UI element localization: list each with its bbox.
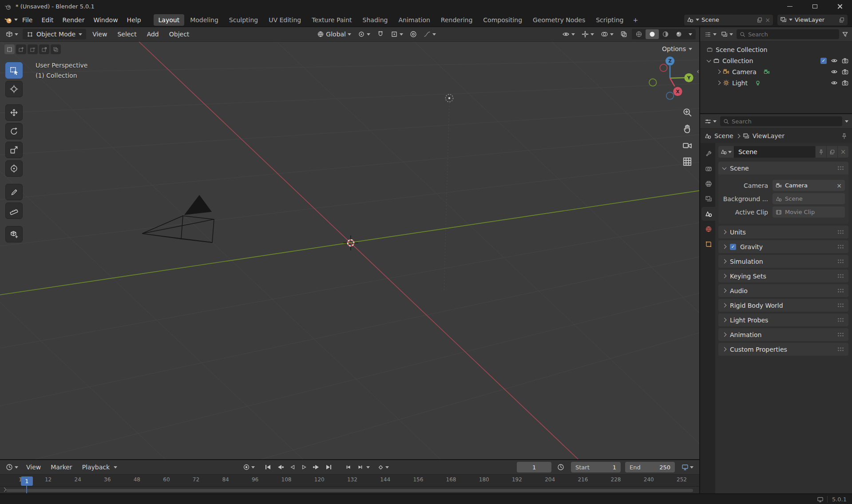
panel-scene-header[interactable]: Scene	[718, 162, 848, 175]
scene-selector[interactable]: Scene ×	[684, 15, 773, 25]
gizmo-y-neg-axis[interactable]	[649, 79, 656, 86]
play-button[interactable]	[299, 463, 309, 472]
timeline-menu-playback[interactable]: Playback	[78, 462, 114, 472]
shading-options-caret[interactable]	[686, 32, 695, 37]
collection-checkbox[interactable]	[820, 58, 827, 64]
area-collapse-arrow[interactable]: ‹	[697, 67, 699, 75]
tool-move[interactable]	[5, 104, 23, 121]
datablock-copy-button[interactable]	[826, 146, 837, 158]
properties-search[interactable]	[720, 116, 842, 126]
tool-measure[interactable]	[5, 202, 23, 219]
panel-units-header[interactable]: Units	[718, 226, 848, 238]
row-camera[interactable]: Camera	[700, 66, 852, 77]
unlink-scene-icon[interactable]: ×	[765, 16, 770, 24]
jump-prev-keyframe-button[interactable]	[275, 463, 286, 472]
collection-expand-icon[interactable]	[707, 58, 711, 62]
outliner-search-input[interactable]	[748, 31, 836, 38]
frame-step-caret[interactable]	[366, 466, 370, 468]
workspace-tab-compositing[interactable]: Compositing	[478, 14, 527, 26]
viewport-menu-add[interactable]: Add	[143, 29, 163, 40]
row-light[interactable]: Light	[700, 77, 852, 88]
next-frame-button[interactable]	[355, 463, 365, 472]
panel-drag-dots[interactable]	[837, 317, 844, 322]
panel-drag-dots[interactable]	[837, 288, 844, 293]
blender-logo-icon[interactable]	[4, 16, 12, 24]
new-viewlayer-icon[interactable]	[839, 17, 845, 23]
viewport-menu-object[interactable]: Object	[165, 29, 194, 40]
tab-world[interactable]	[701, 222, 715, 236]
viewlayer-selector[interactable]: ViewLayer	[777, 15, 848, 25]
zoom-icon[interactable]	[682, 107, 692, 117]
tool-select-box[interactable]	[5, 62, 23, 79]
hide-viewport-eye-icon[interactable]	[831, 79, 838, 86]
properties-search-input[interactable]	[732, 118, 839, 125]
camera-object[interactable]	[142, 195, 214, 242]
auto-keying-button[interactable]	[241, 462, 257, 472]
close-button[interactable]	[827, 0, 852, 13]
camera-clear-icon[interactable]: ×	[836, 182, 842, 189]
select-mode-invert-button[interactable]	[39, 44, 49, 54]
camera-view-icon[interactable]	[682, 140, 692, 150]
tool-scale[interactable]	[5, 142, 23, 158]
panel-drag-dots[interactable]	[837, 347, 844, 352]
light-object[interactable]	[446, 95, 453, 102]
workspace-tab-scripting[interactable]: Scripting	[591, 14, 628, 26]
maximize-button[interactable]	[802, 0, 827, 13]
transform-orientation-dropdown[interactable]: Global	[315, 29, 353, 39]
viewport-options-button[interactable]: Options	[662, 45, 692, 52]
panel-drag-dots[interactable]	[837, 332, 844, 337]
menu-render[interactable]: Render	[58, 14, 89, 26]
active-clip-prop-field[interactable]: Movie Clip	[773, 206, 845, 218]
row-collection[interactable]: Collection	[700, 55, 852, 66]
panel-drag-dots[interactable]	[837, 244, 844, 249]
pin-icon[interactable]	[841, 133, 848, 139]
tool-rotate[interactable]	[5, 123, 23, 139]
disable-render-camera-icon[interactable]	[842, 68, 848, 75]
light-data-icon[interactable]	[755, 80, 761, 86]
row-scene-collection[interactable]: Scene Collection	[700, 44, 852, 55]
tab-scene[interactable]	[701, 207, 715, 221]
tab-view-layer[interactable]	[701, 192, 715, 206]
prev-frame-button[interactable]	[343, 463, 354, 472]
preview-range-toggle[interactable]	[555, 462, 567, 472]
tool-annotate[interactable]	[5, 184, 23, 200]
panel-light-probes-header[interactable]: Light Probes	[718, 314, 848, 326]
current-frame-field[interactable]: 1	[517, 462, 551, 472]
show-gizmo-dropdown[interactable]	[579, 29, 596, 39]
light-expand-icon[interactable]	[717, 81, 721, 85]
workspace-tab-shading[interactable]: Shading	[358, 14, 393, 26]
select-mode-extend-button[interactable]	[16, 44, 26, 54]
workspace-tab-layout[interactable]: Layout	[154, 14, 185, 26]
timeline-track[interactable]	[0, 487, 699, 493]
gizmo-z-neg-axis[interactable]	[666, 92, 674, 99]
mode-selector[interactable]: Object Mode	[23, 29, 86, 40]
shading-wireframe-button[interactable]	[632, 29, 646, 39]
frame-start-field[interactable]: Start 1	[571, 462, 621, 472]
timeline-scrollbar[interactable]	[6, 489, 693, 492]
timeline-expand-icon[interactable]	[3, 485, 6, 492]
viewlayer-browse-caret[interactable]	[789, 19, 793, 21]
camera-expand-icon[interactable]	[717, 70, 721, 74]
tool-add-primitive[interactable]	[5, 226, 23, 242]
workspace-tab-texture-paint[interactable]: Texture Paint	[307, 14, 357, 26]
breadcrumb-scene[interactable]: Scene	[714, 132, 733, 139]
panel-animation-header[interactable]: Animation	[718, 328, 848, 341]
workspace-tab-rendering[interactable]: Rendering	[436, 14, 478, 26]
datablock-unlink-button[interactable]: ×	[837, 146, 848, 158]
shading-material-button[interactable]	[659, 29, 672, 39]
workspace-tab-modeling[interactable]: Modeling	[185, 14, 223, 26]
scene-browse-caret[interactable]	[696, 19, 699, 21]
timeline-editor-type-button[interactable]	[4, 462, 20, 472]
select-mode-new-button[interactable]	[4, 44, 15, 54]
datablock-name-field[interactable]: Scene	[734, 146, 815, 158]
camera-prop-field[interactable]: Camera ×	[773, 180, 845, 191]
panel-drag-dots[interactable]	[837, 259, 844, 264]
snap-settings-dropdown[interactable]	[388, 29, 405, 39]
panel-gravity-header[interactable]: Gravity	[718, 240, 848, 253]
menu-file[interactable]: File	[18, 14, 37, 26]
jump-to-start-button[interactable]	[262, 463, 274, 472]
tool-transform[interactable]	[5, 160, 23, 177]
panel-keying-sets-header[interactable]: Keying Sets	[718, 270, 848, 282]
select-mode-subtract-button[interactable]	[28, 44, 38, 54]
object-visibility-dropdown[interactable]	[560, 29, 577, 39]
